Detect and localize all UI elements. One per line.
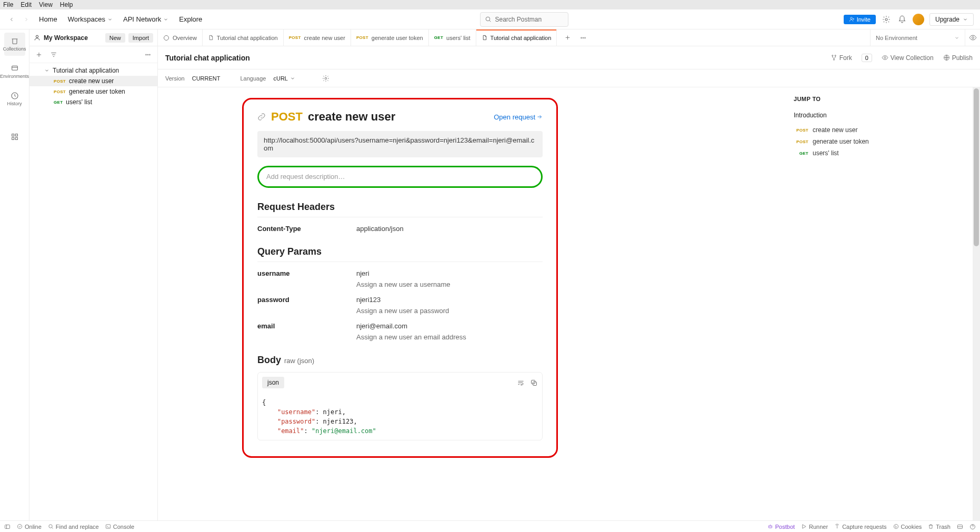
doc-content: POST create new user Open request http:/…: [158, 87, 783, 520]
new-button[interactable]: New: [105, 33, 125, 43]
param-row: passwordnjeri123: [257, 296, 543, 304]
status-capture[interactable]: Capture requests: [834, 524, 886, 530]
jump-item[interactable]: POSTcreate new user: [794, 124, 962, 136]
body-code: { "username": njeri, "password": njeri12…: [262, 398, 538, 436]
more-icon[interactable]: [143, 49, 153, 60]
jump-item[interactable]: GETusers' list: [794, 147, 962, 159]
avatar[interactable]: [913, 14, 924, 25]
svg-point-23: [325, 77, 327, 79]
sidebar: My Workspace New Import Tutorial chat ap…: [29, 29, 158, 520]
tab-more-icon[interactable]: [578, 33, 588, 43]
menu-help[interactable]: Help: [60, 1, 73, 8]
svg-point-35: [896, 527, 896, 527]
menu-edit[interactable]: Edit: [21, 1, 32, 8]
nav-forward-icon[interactable]: [21, 14, 32, 25]
environments-icon: [11, 64, 19, 73]
settings-icon[interactable]: [881, 14, 892, 25]
import-button[interactable]: Import: [128, 33, 153, 43]
publish-button[interactable]: Publish: [943, 54, 973, 62]
status-trash[interactable]: Trash: [928, 524, 951, 530]
svg-point-2: [885, 18, 887, 21]
chevron-down-icon: [163, 17, 168, 22]
bell-icon[interactable]: [897, 14, 907, 25]
tree-request[interactable]: POSTgenerate user token: [29, 86, 157, 97]
tab[interactable]: GETusers' list: [429, 29, 476, 46]
topnav: Home Workspaces API Network Explore Sear…: [0, 9, 980, 29]
nav-workspaces[interactable]: Workspaces: [65, 13, 116, 25]
menu-view[interactable]: View: [39, 1, 53, 8]
language-select[interactable]: cURL: [273, 75, 295, 82]
nav-explore[interactable]: Explore: [176, 13, 205, 25]
copy-icon[interactable]: [530, 379, 538, 387]
help-icon[interactable]: [969, 524, 976, 530]
fork-button[interactable]: Fork: [831, 54, 852, 62]
status-postbot[interactable]: Postbot: [767, 524, 795, 530]
collection-tree: Tutorial chat application POSTcreate new…: [29, 63, 157, 109]
rail-history[interactable]: History: [4, 87, 25, 111]
open-request-link[interactable]: Open request: [494, 113, 543, 121]
main: OverviewTutorial chat applicationPOSTcre…: [158, 29, 980, 520]
status-console[interactable]: Console: [105, 524, 134, 530]
svg-rect-26: [5, 525, 10, 528]
bot-icon: [767, 524, 773, 529]
tree-request[interactable]: GETusers' list: [29, 97, 157, 107]
upgrade-button[interactable]: Upgrade: [929, 13, 974, 26]
doc-subheader: Version CURRENT Language cURL: [158, 69, 980, 87]
invite-button[interactable]: Invite: [844, 15, 876, 24]
section-query-params: Query Params: [257, 246, 543, 262]
nav-back-icon[interactable]: [6, 14, 17, 25]
tab[interactable]: Overview: [158, 29, 203, 46]
svg-point-10: [146, 54, 147, 55]
trash-icon: [928, 524, 934, 529]
link-icon[interactable]: [257, 113, 266, 121]
request-method: POST: [271, 110, 303, 124]
tree-request[interactable]: POSTcreate new user: [29, 76, 157, 86]
view-collection-button[interactable]: View Collection: [882, 54, 934, 62]
wrap-icon[interactable]: [517, 379, 525, 387]
tree-collection[interactable]: Tutorial chat application: [29, 65, 157, 76]
request-description-input[interactable]: Add request description…: [257, 166, 543, 188]
check-circle-icon: [17, 524, 23, 529]
tab[interactable]: POSTcreate new user: [284, 29, 351, 46]
nav-home[interactable]: Home: [36, 13, 61, 25]
body-tab-json[interactable]: json: [262, 377, 284, 388]
param-description: Assign a new user a username: [356, 280, 543, 288]
sidebar-rail: Collections Environments History: [0, 29, 29, 520]
svg-point-12: [149, 54, 151, 55]
status-online[interactable]: Online: [17, 524, 42, 530]
jump-item[interactable]: POSTgenerate user token: [794, 136, 962, 147]
filter-icon[interactable]: [48, 49, 59, 60]
history-icon: [11, 92, 19, 100]
search-input[interactable]: Search Postman: [480, 12, 568, 27]
rail-more[interactable]: [4, 125, 25, 148]
tab[interactable]: POSTgenerate user token: [351, 29, 429, 46]
svg-point-27: [17, 524, 22, 528]
environment-preview-icon[interactable]: [965, 29, 980, 46]
rail-collections[interactable]: Collections: [4, 33, 25, 56]
status-find-replace[interactable]: Find and replace: [48, 524, 99, 530]
status-bar: Online Find and replace Console Postbot …: [0, 520, 980, 532]
chevron-down-icon: [954, 35, 959, 41]
environment-select[interactable]: No Environment: [871, 29, 965, 46]
status-cookies[interactable]: Cookies: [893, 524, 922, 530]
new-tab-icon[interactable]: [562, 33, 573, 43]
layout-icon[interactable]: [957, 524, 963, 530]
nav-api-network[interactable]: API Network: [120, 13, 172, 25]
menu-file[interactable]: File: [3, 1, 13, 8]
scrollbar[interactable]: [973, 87, 980, 520]
svg-rect-6: [15, 134, 17, 136]
tab[interactable]: Tutorial chat application: [476, 29, 557, 46]
rail-environments[interactable]: Environments: [4, 60, 25, 83]
svg-point-15: [583, 37, 584, 38]
workspace-title: My Workspace: [44, 34, 102, 42]
user-plus-icon: [849, 16, 855, 22]
svg-rect-5: [12, 134, 14, 136]
body-subtype: raw (json): [284, 357, 314, 365]
status-runner[interactable]: Runner: [801, 524, 828, 530]
svg-point-21: [884, 57, 886, 58]
doc-settings-icon[interactable]: [321, 73, 331, 84]
tab[interactable]: Tutorial chat application: [203, 29, 284, 46]
jump-intro[interactable]: Introduction: [794, 109, 962, 121]
panel-icon[interactable]: [4, 524, 11, 530]
add-icon[interactable]: [34, 49, 44, 60]
